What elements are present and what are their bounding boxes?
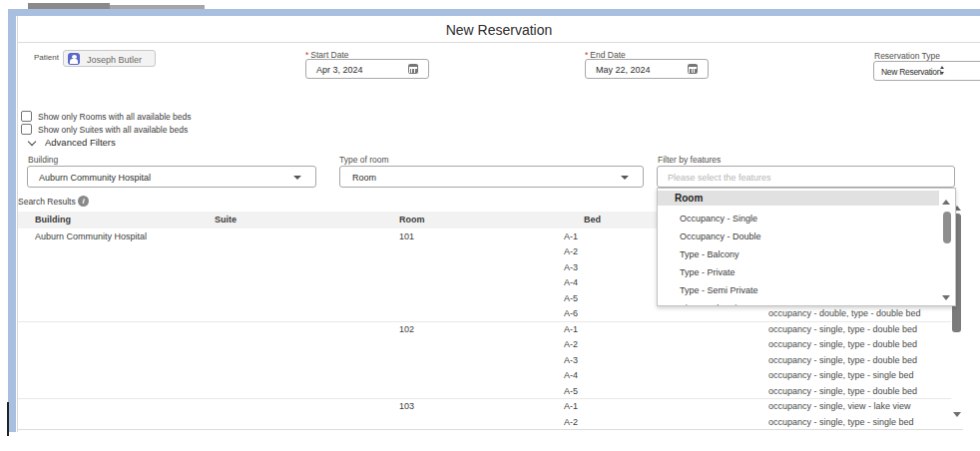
- dropdown-option[interactable]: Type - Balcony: [658, 245, 939, 263]
- dropdown-caret-icon: [293, 176, 301, 180]
- reservation-type-value: New Reservation: [881, 67, 941, 77]
- group-divider: [18, 398, 963, 399]
- header-divider: [18, 42, 980, 43]
- start-date-input[interactable]: Apr 3, 2024: [305, 59, 429, 79]
- building-label: Building: [28, 155, 58, 165]
- reservation-type-label: Reservation Type: [874, 51, 940, 61]
- table-row[interactable]: 103 A-1 occupancy - single, view - lake …: [18, 399, 963, 415]
- table-row[interactable]: A-3 occupancy - single, type - double be…: [18, 353, 963, 369]
- end-date-input[interactable]: May 22, 2024: [585, 59, 709, 79]
- search-results-label: Search Results: [18, 197, 76, 207]
- page: { "ui": { "required_marker": "*" }, "hea…: [0, 0, 980, 451]
- stray-mark: [7, 402, 9, 436]
- rooms-available-label: Show only Rooms with all available beds: [38, 112, 192, 122]
- building-value: Auburn Community Hospital: [39, 173, 151, 183]
- calendar-icon[interactable]: [408, 64, 418, 74]
- patient-chip-label: Joseph Butler: [87, 55, 142, 65]
- dropdown-option[interactable]: View - Lake View: [658, 299, 939, 306]
- features-dropdown-panel: Room Occupancy - Single Occupancy - Doub…: [657, 188, 956, 306]
- column-header-room[interactable]: Room: [399, 212, 425, 228]
- scroll-down-icon[interactable]: [953, 412, 961, 417]
- patient-label: Patient: [34, 53, 59, 62]
- contact-icon: [68, 53, 80, 65]
- features-filter-input[interactable]: Please select the features: [657, 166, 955, 188]
- dropdown-caret-icon: [621, 176, 629, 180]
- dropdown-option[interactable]: Type - Private: [658, 263, 939, 281]
- table-row[interactable]: 102 A-1 occupancy - single, type - doubl…: [18, 322, 963, 338]
- dropdown-option[interactable]: Occupancy - Single: [658, 210, 939, 227]
- rooms-available-checkbox[interactable]: [21, 111, 32, 122]
- dropdown-scroll-up-icon[interactable]: [942, 200, 950, 205]
- patient-chip[interactable]: Joseph Butler: [63, 50, 156, 67]
- dropdown-option[interactable]: Type - Semi Private: [658, 281, 939, 299]
- page-title: New Reservation: [18, 22, 980, 38]
- select-stepper-icon: [940, 66, 944, 75]
- frame-left-bar: [8, 9, 16, 432]
- column-header-building[interactable]: Building: [35, 212, 71, 228]
- info-icon[interactable]: i: [78, 196, 89, 207]
- column-header-bed[interactable]: Bed: [584, 212, 601, 228]
- table-row[interactable]: A-2 occupancy - single, type - double be…: [18, 337, 963, 353]
- start-date-value: Apr 3, 2024: [316, 65, 363, 75]
- dropdown-options: Occupancy - Single Occupancy - Double Ty…: [658, 210, 939, 306]
- table-row[interactable]: A-2 occupancy - single, type - single be…: [18, 415, 963, 431]
- frame-top-bar: [8, 9, 980, 16]
- room-type-combobox[interactable]: Room: [339, 166, 644, 188]
- features-placeholder: Please select the features: [668, 173, 771, 183]
- dropdown-scroll-down-icon[interactable]: [942, 295, 950, 300]
- dropdown-scrollbar-thumb[interactable]: [943, 212, 951, 243]
- reservation-type-select[interactable]: New Reservation: [873, 61, 980, 81]
- chevron-down-icon: [28, 138, 36, 146]
- advanced-filters-label: Advanced Filters: [45, 137, 116, 148]
- end-date-value: May 22, 2024: [596, 65, 651, 75]
- table-row[interactable]: A-6 occupancy - double, type - double be…: [18, 306, 963, 322]
- calendar-icon[interactable]: [688, 64, 698, 74]
- column-header-suite[interactable]: Suite: [215, 212, 237, 228]
- table-row[interactable]: A-4 occupancy - single, type - single be…: [18, 368, 963, 384]
- room-type-label: Type of room: [339, 155, 389, 165]
- suites-available-label: Show only Suites with all available beds: [38, 125, 188, 135]
- features-filter-label: Filter by features: [658, 155, 721, 165]
- suites-available-checkbox[interactable]: [21, 124, 32, 135]
- group-divider: [18, 321, 963, 322]
- dropdown-option[interactable]: Occupancy - Double: [658, 227, 939, 245]
- dropdown-group-header: Room: [658, 191, 939, 206]
- building-combobox[interactable]: Auburn Community Hospital: [27, 166, 316, 188]
- room-type-value: Room: [352, 173, 376, 183]
- table-bottom-border: [18, 429, 963, 430]
